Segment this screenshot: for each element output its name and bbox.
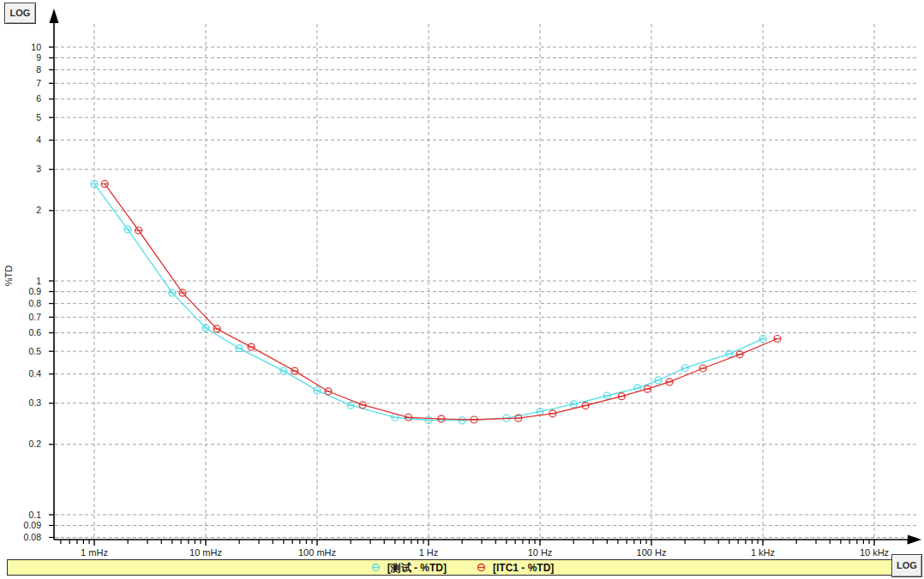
x-tick-label: 10 kHz [860,547,889,558]
y-tick-label: 0.09 [24,520,42,530]
y-tick-label: 8 [36,64,41,75]
legend-marker-icon [476,563,487,572]
app-window: LOG 1 mHz10 mHz100 mHz1 Hz10 Hz100 Hz1 k… [0,0,924,579]
y-tick-label: 5 [36,112,41,122]
y-tick-label: 0.2 [28,439,41,449]
y-tick-label: 0.7 [28,312,41,322]
x-axis-arrow-icon [908,535,921,545]
x-tick-label: 100 mHz [298,547,336,558]
y-tick-label: 0.9 [28,286,41,296]
y-tick-label: 0.8 [28,298,41,308]
x-tick-label: 10 mHz [189,547,222,558]
y-tick-label: 0.1 [28,510,41,520]
y-tick-label: 6 [36,93,41,104]
x-tick-label: 1 kHz [751,547,775,558]
legend-item-0[interactable]: [测试 - %TD] [370,563,447,573]
y-axis-title: %TD [3,266,14,286]
x-tick-label: 100 Hz [637,547,667,558]
y-tick-label: 0.6 [28,327,41,337]
y-tick-label: 0.3 [28,397,41,408]
x-tick-label: 1 mHz [81,547,108,558]
legend-marker-icon [370,563,381,572]
y-tick-label: 4 [36,134,41,145]
legend-item-1[interactable]: [ITC1 - %TD] [476,563,554,573]
y-tick-label: 1 [36,276,41,286]
y-tick-label: 9 [36,52,41,63]
y-tick-label: 0.4 [28,368,41,379]
y-tick-label: 2 [36,205,41,215]
y-tick-label: 7 [36,78,41,88]
x-tick-label: 10 Hz [528,547,553,558]
y-tick-label: 10 [31,42,41,52]
legend-item-label: [ITC1 - %TD] [493,563,554,573]
legend-bar: [测试 - %TD][ITC1 - %TD] [7,559,917,576]
y-tick-label: 0.08 [24,532,42,542]
y-tick-label: 0.5 [28,346,41,356]
x-tick-label: 1 Hz [419,547,439,558]
y-axis-arrow-icon [50,9,59,23]
log-scale-button-bottom[interactable]: LOG [891,554,922,577]
plot-svg: 1 mHz10 mHz100 mHz1 Hz10 Hz100 Hz1 kHz10… [0,0,924,579]
y-tick-label: 3 [36,164,41,174]
legend-item-label: [测试 - %TD] [387,563,447,573]
